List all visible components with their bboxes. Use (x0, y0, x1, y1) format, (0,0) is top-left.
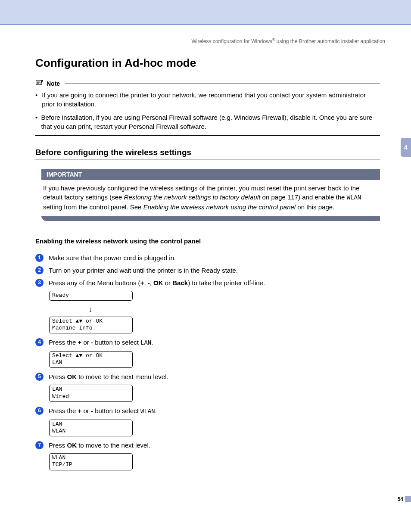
arrow-down-icon: ↓ (49, 305, 132, 314)
important-footer-bar (41, 216, 380, 221)
bullet-icon: • (35, 90, 38, 109)
header-text-post: using the Brother automatic installer ap… (275, 38, 385, 44)
section-rule (35, 159, 380, 159)
note-item-text: Before installation, if you are using Pe… (41, 113, 380, 131)
lcd-display: WLAN TCP/IP (49, 453, 133, 470)
note-item: • Before installation, if you are using … (35, 113, 380, 131)
note-end-rule (35, 135, 380, 136)
step-text: Make sure that the power cord is plugged… (49, 253, 176, 262)
step-text: Press the + or - button to select WLAN. (49, 406, 157, 416)
step-text: Press any of the Menu buttons (+, -, OK … (49, 278, 265, 287)
lcd-display: LAN WLAN (49, 420, 133, 437)
header-text-pre: Wireless configuration for Windows (191, 38, 272, 44)
subsection-title: Enabling the wireless network using the … (35, 237, 380, 245)
step-number-icon: 2 (35, 266, 44, 274)
note-list: • If you are going to connect the printe… (35, 90, 380, 131)
step: 6 Press the + or - button to select WLAN… (35, 406, 380, 416)
step-number-icon: 3 (35, 279, 44, 287)
note-item: • If you are going to connect the printe… (35, 90, 380, 109)
chapter-tab: 4 (401, 138, 411, 157)
step-number-icon: 6 (35, 407, 44, 415)
note-icon (35, 79, 44, 88)
bullet-icon: • (35, 113, 37, 131)
xref: Enabling the wireless network using the … (143, 203, 296, 211)
step-text: Press OK to move to the next level. (49, 441, 150, 450)
registered-mark: ® (272, 37, 275, 42)
important-label: IMPORTANT (41, 169, 380, 180)
lcd-display: Select ▲▼ or OK LAN (49, 351, 133, 368)
step: 2 Turn on your printer and wait until th… (35, 266, 380, 275)
lcd-display: LAN Wired (49, 385, 133, 402)
note-label: Note (47, 80, 60, 87)
step-number-icon: 1 (35, 254, 44, 262)
page-number: 54 (398, 496, 403, 502)
lcd-display: Ready (49, 291, 133, 301)
step: 3 Press any of the Menu buttons (+, -, O… (35, 278, 380, 287)
page-footer: 54 (0, 496, 411, 502)
note-item-text: If you are going to connect the printer … (42, 90, 380, 109)
page-title: Configuration in Ad-hoc mode (35, 56, 380, 70)
section-title: Before configuring the wireless settings (35, 148, 380, 157)
step: 4 Press the + or - button to select LAN. (35, 338, 380, 348)
top-bar (0, 0, 411, 25)
note-heading: Note (35, 79, 380, 88)
xref: Restoring the network settings to factor… (124, 193, 261, 201)
step-text: Press OK to move to the next menu level. (49, 372, 168, 381)
step-number-icon: 7 (35, 441, 44, 449)
note-rule (65, 84, 380, 84)
step-number-icon: 4 (35, 338, 44, 346)
step: 5 Press OK to move to the next menu leve… (35, 372, 380, 381)
setting-mono: WLAN (347, 194, 361, 201)
running-header: Wireless configuration for Windows® usin… (0, 37, 385, 44)
step-number-icon: 5 (35, 373, 44, 381)
step: 1 Make sure that the power cord is plugg… (35, 253, 380, 262)
footer-tab (405, 496, 411, 502)
step-text: Turn on your printer and wait until the … (49, 266, 238, 275)
lcd-display: Select ▲▼ or OK Machine Info. (49, 317, 133, 334)
step: 7 Press OK to move to the next level. (35, 441, 380, 450)
important-box: IMPORTANT If you have previously configu… (41, 169, 380, 221)
step-text: Press the + or - button to select LAN. (49, 338, 153, 348)
important-body: If you have previously configured the wi… (41, 180, 380, 216)
